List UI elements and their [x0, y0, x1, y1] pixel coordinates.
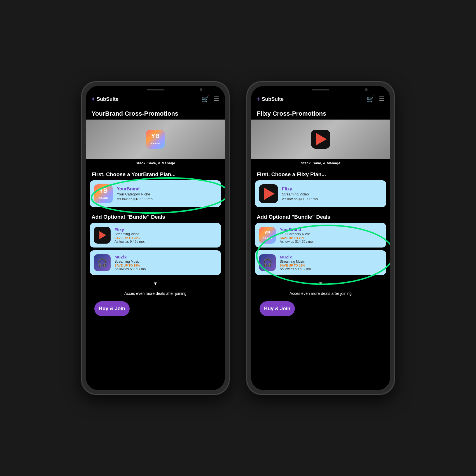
- screen-content-right[interactable]: ❈ SubSuite 🛒 ☰ Flixy Cross-Promotions: [251, 92, 390, 390]
- bundle-type-muzix-left: Streaming Music: [115, 260, 147, 263]
- logo-text-left: SubSuite: [97, 96, 118, 102]
- plan-price-right: As low as $11.99 / mo.: [282, 197, 382, 201]
- logo-right: ❈ SubSuite: [257, 96, 284, 102]
- speaker-right: [312, 89, 329, 90]
- plan-card-wrapper-left: YBBRAND YourBrand Your Category Niche As…: [86, 180, 225, 207]
- bundle-name-flixy-left: Flixy: [115, 227, 145, 232]
- hero-logo-left: YBBRAND: [146, 130, 165, 149]
- buy-join-button-right[interactable]: Buy & Join: [260, 301, 295, 316]
- buy-join-button-left[interactable]: Buy & Join: [94, 301, 130, 316]
- bundle-price-flixy-left: As low as 9.49 / mo.: [115, 240, 145, 244]
- plan-price-left: As low as $18.99 / mo.: [117, 197, 217, 201]
- menu-icon-right[interactable]: ☰: [379, 95, 384, 103]
- deals-text-left: Acces even more deals after joining: [86, 289, 225, 298]
- logo-left: ❈ SubSuite: [92, 96, 118, 102]
- yb-hero-text: YBBRAND: [151, 133, 160, 145]
- chevron-down-right[interactable]: ▾: [251, 278, 390, 289]
- plan-play-icon-right: [264, 188, 275, 200]
- logo-icon-right: ❈: [257, 97, 260, 101]
- plan-info-left: YourBrand Your Category Niche As low as …: [117, 186, 217, 201]
- yb-bundle-text-right: YBBRAND: [263, 231, 272, 240]
- notch-bar-right: [251, 86, 390, 92]
- phone-left: ❈ SubSuite 🛒 ☰ YourBrand Cross-Promotion…: [81, 81, 230, 395]
- flixy-play-icon-left: [99, 231, 106, 239]
- bundle-title-right: Add Optional "Bundle" Deals: [251, 210, 390, 223]
- hero-banner-left: YBBRAND: [86, 120, 225, 159]
- bundle-name-muzix-left: MuZix: [115, 255, 147, 259]
- bundle-name-muzix-right: MuZix: [280, 255, 312, 259]
- header-icons-right: 🛒 ☰: [367, 95, 384, 103]
- logo-icon-left: ❈: [92, 97, 95, 101]
- app-header-right: ❈ SubSuite 🛒 ☰: [251, 92, 390, 106]
- plan-section-title-right: First, Choose a Flixy Plan...: [251, 167, 390, 180]
- bundle-info-muzix-left: MuZix Streaming Music SAVE UP TO 15% As …: [115, 255, 147, 271]
- page-title-left: YourBrand Cross-Promotions: [86, 106, 225, 120]
- plan-logo-left: YBBRAND: [94, 184, 113, 203]
- bundle-save-muzix-right: SAVE UP TO 19%: [280, 264, 312, 267]
- plan-card-left[interactable]: YBBRAND YourBrand Your Category Niche As…: [90, 180, 221, 207]
- bundle-price-muzix-right: As low as $9.59 / mo.: [280, 267, 312, 271]
- plan-section-title-left: First, Choose a YourBrand Plan...: [86, 167, 225, 180]
- muzix-headphone-icon-left: 🎧: [97, 258, 107, 267]
- camera-left: [200, 88, 202, 91]
- bundle-price-muzix-left: As low as $8.99 / mo.: [115, 267, 147, 271]
- hero-banner-right: [251, 120, 390, 159]
- muzix-headphone-icon-right: 🎧: [263, 258, 272, 267]
- bundle-type-flixy-left: Streaming Video: [115, 232, 145, 236]
- logo-text-right: SubSuite: [262, 96, 284, 102]
- bundle-title-left: Add Optional "Bundle" Deals: [86, 210, 225, 223]
- bundle-price-yb-right: As low as $14.25 / mo.: [280, 240, 314, 244]
- phone-screen-left: ❈ SubSuite 🛒 ☰ YourBrand Cross-Promotion…: [86, 86, 225, 390]
- phone-screen-right: ❈ SubSuite 🛒 ☰ Flixy Cross-Promotions: [251, 86, 390, 390]
- plan-logo-text: YBBRAND: [99, 188, 108, 200]
- plan-type-right: Streaming Video: [282, 192, 382, 196]
- phone-right: ❈ SubSuite 🛒 ☰ Flixy Cross-Promotions: [246, 81, 395, 395]
- bundle-card-muzix-left[interactable]: 🎧 MuZix Streaming Music SAVE UP TO 15% A…: [90, 250, 221, 275]
- bundle-logo-muzix-right: 🎧: [259, 254, 276, 271]
- screen-content-left[interactable]: ❈ SubSuite 🛒 ☰ YourBrand Cross-Promotion…: [86, 92, 225, 390]
- bundle-logo-flixy-left: [94, 227, 111, 244]
- bundle-logo-yb-right: YBBRAND: [259, 227, 276, 244]
- bundle-name-yb-right: YourBrand: [280, 227, 314, 232]
- bundle-card-muzix-right[interactable]: 🎧 MuZix Streaming Music SAVE UP TO 19% A…: [255, 250, 386, 275]
- plan-name-left: YourBrand: [117, 186, 217, 192]
- hero-logo-right: [311, 130, 330, 149]
- plan-info-right: Flixy Streaming Video As low as $11.99 /…: [282, 186, 382, 201]
- app-header-left: ❈ SubSuite 🛒 ☰: [86, 92, 225, 106]
- plan-logo-right: [259, 184, 278, 203]
- bundle-card-flixy-left[interactable]: Flixy Streaming Video SAVE UP TO 20% As …: [90, 223, 221, 248]
- bundle-type-muzix-right: Streaming Music: [280, 260, 312, 263]
- camera-right: [365, 88, 368, 91]
- deals-text-right: Acces even more deals after joining: [251, 289, 390, 298]
- cart-icon-right[interactable]: 🛒: [367, 95, 374, 103]
- plan-name-right: Flixy: [282, 186, 382, 192]
- bundle-logo-muzix-left: 🎧: [94, 254, 111, 271]
- bundle-info-muzix-right: MuZix Streaming Music SAVE UP TO 19% As …: [280, 255, 312, 271]
- page-title-right: Flixy Cross-Promotions: [251, 106, 390, 120]
- menu-icon-left[interactable]: ☰: [214, 95, 219, 103]
- bundle-save-muzix-left: SAVE UP TO 15%: [115, 264, 147, 267]
- tagline-left: Stack, Save, & Manage: [86, 159, 225, 167]
- phone-frame-right: ❈ SubSuite 🛒 ☰ Flixy Cross-Promotions: [246, 81, 395, 395]
- speaker-left: [147, 89, 164, 90]
- flixy-play-triangle-hero: [316, 133, 327, 145]
- plan-card-right[interactable]: Flixy Streaming Video As low as $11.99 /…: [255, 180, 386, 207]
- bundle-card-yourbrand-right[interactable]: YBBRAND YourBrand Your Category Niche SA…: [255, 223, 386, 248]
- tagline-right: Stack, Save, & Manage: [251, 159, 390, 167]
- header-icons-left: 🛒 ☰: [202, 95, 219, 103]
- bundle-section-wrapper-right: Add Optional "Bundle" Deals YBBRAND Your…: [251, 210, 390, 275]
- bundle-save-flixy-left: SAVE UP TO 20%: [115, 236, 145, 240]
- plan-niche-left: Your Category Niche: [117, 192, 217, 196]
- phone-frame-left: ❈ SubSuite 🛒 ☰ YourBrand Cross-Promotion…: [81, 81, 230, 395]
- notch-bar-left: [86, 86, 225, 92]
- bundle-info-yb-right: YourBrand Your Category Niche SAVE UP TO…: [280, 227, 314, 244]
- bundle-info-flixy-left: Flixy Streaming Video SAVE UP TO 20% As …: [115, 227, 145, 244]
- bundle-save-yb-right: SAVE UP TO 25%: [280, 236, 314, 240]
- chevron-down-left[interactable]: ▾: [86, 278, 225, 289]
- cart-icon-left[interactable]: 🛒: [202, 95, 209, 103]
- bundle-type-yb-right: Your Category Niche: [280, 232, 314, 236]
